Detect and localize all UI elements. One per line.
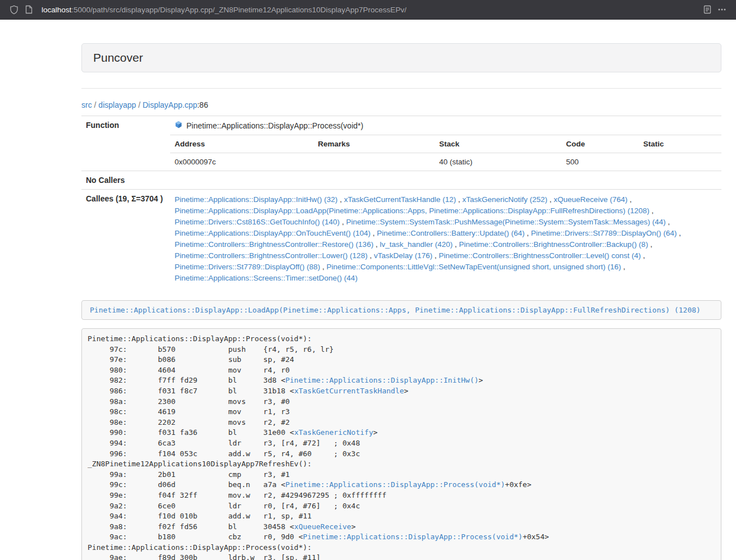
callee-link[interactable]: lv_task_handler (420) <box>380 240 452 249</box>
url-path: :5000/path/src/displayapp/DisplayApp.cpp… <box>71 6 406 14</box>
callee-link[interactable]: vTaskDelay (176) <box>374 251 432 260</box>
function-name: Pinetime::Applications::DisplayApp::Proc… <box>186 121 363 130</box>
no-callers-row: No Callers <box>81 171 721 190</box>
no-callers-label: No Callers <box>81 171 170 190</box>
tracking-protection-shield-icon[interactable] <box>7 2 21 17</box>
url-host: localhost <box>42 6 71 14</box>
column-address: Address <box>170 135 313 153</box>
callee-link[interactable]: xTaskGenericNotify (252) <box>463 195 548 204</box>
callee-link[interactable]: Pinetime::Components::LittleVgl::SetNewT… <box>327 263 621 271</box>
code-symbol-link[interactable]: Pinetime::Applications::DisplayApp::Proc… <box>303 533 523 541</box>
breadcrumb-link[interactable]: DisplayApp.cpp <box>143 100 197 109</box>
callee-link[interactable]: Pinetime::Controllers::BrightnessControl… <box>459 240 648 249</box>
address-value: 0x0000097c <box>170 153 313 171</box>
callees-label: Callees (19, Σ=3704 ) <box>81 190 170 289</box>
selected-callee-box: Pinetime::Applications::DisplayApp::Load… <box>81 300 721 320</box>
breadcrumb-separator: / <box>92 100 99 109</box>
stats-value-row: 0x0000097c 40 (static) 500 <box>170 153 721 171</box>
function-row: Function Pinetime::Applications::Display… <box>81 116 721 135</box>
breadcrumb: src / displayapp / DisplayApp.cpp:86 <box>81 100 721 109</box>
function-table: Function Pinetime::Applications::Display… <box>81 116 721 288</box>
breadcrumb-link[interactable]: displayapp <box>98 100 136 109</box>
url-text[interactable]: localhost:5000/path/src/displayapp/Displ… <box>42 6 406 14</box>
app-header: Puncover <box>81 43 721 72</box>
callee-link[interactable]: Pinetime::System::SystemTask::PushMessag… <box>346 218 665 226</box>
reader-mode-icon[interactable] <box>700 2 715 17</box>
breadcrumb-separator: / <box>136 100 143 109</box>
callee-link[interactable]: Pinetime::Controllers::BrightnessControl… <box>438 251 641 260</box>
code-size-value: 500 <box>561 153 638 171</box>
code-symbol-link[interactable]: xTaskGetCurrentTaskHandle <box>294 387 404 395</box>
function-label: Function <box>81 116 170 135</box>
function-icon <box>175 121 182 130</box>
selected-callee-link[interactable]: Pinetime::Applications::DisplayApp::Load… <box>90 306 701 314</box>
main-content: Puncover src / displayapp / DisplayApp.c… <box>81 43 721 560</box>
callee-link[interactable]: Pinetime::Controllers::BrightnessControl… <box>175 240 373 249</box>
breadcrumb-link[interactable]: src <box>81 100 92 109</box>
code-symbol-link[interactable]: Pinetime::Applications::DisplayApp::Proc… <box>285 480 505 489</box>
function-stats-table: Address Remarks Stack Code Static 0x0000… <box>170 135 721 171</box>
page-actions-menu-icon[interactable] <box>715 2 729 17</box>
code-symbol-link[interactable]: xQueueReceive <box>294 522 351 531</box>
callee-link[interactable]: Pinetime::Applications::DisplayApp::Load… <box>175 206 650 215</box>
column-code: Code <box>561 135 638 153</box>
function-stats-row: Address Remarks Stack Code Static 0x0000… <box>81 135 721 171</box>
browser-url-bar[interactable]: localhost:5000/path/src/displayapp/Displ… <box>0 0 736 20</box>
callee-link[interactable]: Pinetime::Applications::Screens::Timer::… <box>175 274 358 282</box>
breadcrumb-line-number: :86 <box>197 100 208 109</box>
code-symbol-link[interactable]: xTaskGenericNotify <box>294 428 373 437</box>
page-info-icon[interactable] <box>21 2 36 17</box>
header-divider <box>81 88 721 89</box>
static-value <box>639 153 721 171</box>
remarks-value <box>313 153 435 171</box>
stack-value: 40 (static) <box>435 153 561 171</box>
column-stack: Stack <box>435 135 561 153</box>
stats-header-row: Address Remarks Stack Code Static <box>170 135 721 153</box>
callee-link[interactable]: xQueueReceive (764) <box>554 195 627 204</box>
callee-link[interactable]: Pinetime::Controllers::BrightnessControl… <box>175 251 368 260</box>
page-title: Puncover <box>93 51 710 65</box>
callee-link[interactable]: xTaskGetCurrentTaskHandle (12) <box>344 195 456 204</box>
callee-link[interactable]: Pinetime::Applications::DisplayApp::Init… <box>175 195 337 204</box>
code-symbol-link[interactable]: Pinetime::Applications::DisplayApp::Init… <box>285 376 478 384</box>
column-remarks: Remarks <box>313 135 435 153</box>
callee-link[interactable]: Pinetime::Drivers::Cst816S::GetTouchInfo… <box>175 218 340 226</box>
disassembly: Pinetime::Applications::DisplayApp::Proc… <box>81 328 721 560</box>
callee-link[interactable]: Pinetime::Drivers::St7789::DisplayOff() … <box>175 263 320 271</box>
callee-link[interactable]: Pinetime::Controllers::Battery::Update()… <box>377 229 524 237</box>
callees-list: Pinetime::Applications::DisplayApp::Init… <box>170 190 721 289</box>
callee-link[interactable]: Pinetime::Drivers::St7789::DisplayOn() (… <box>531 229 677 237</box>
callees-row: Callees (19, Σ=3704 ) Pinetime::Applicat… <box>81 190 721 289</box>
callee-link[interactable]: Pinetime::Applications::DisplayApp::OnTo… <box>175 229 371 237</box>
column-static: Static <box>639 135 721 153</box>
